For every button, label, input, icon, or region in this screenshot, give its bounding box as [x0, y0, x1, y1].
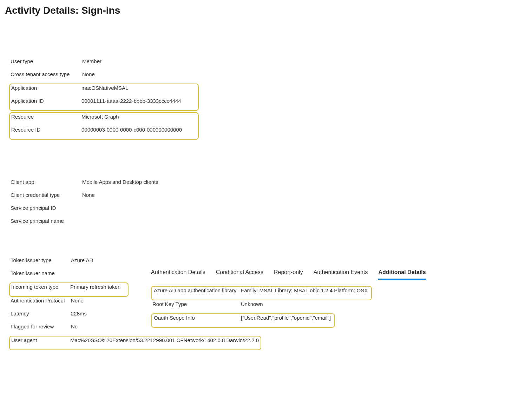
row-token-issuer-type: Token issuer type Azure AD	[11, 256, 150, 269]
highlight-incoming-token-type: Incoming token type Primary refresh toke…	[9, 282, 129, 297]
row-service-principal-id: Service principal ID	[11, 204, 515, 217]
label-auth-library: Azure AD app authentication library	[153, 287, 241, 294]
row-auth-protocol: Authentication Protocol None	[11, 297, 150, 310]
value-resource-id: 00000003-0000-0000-c000-000000000000	[81, 126, 182, 133]
label-cross-tenant: Cross tenant access type	[11, 71, 82, 78]
value-auth-protocol: None	[71, 297, 84, 304]
highlight-resource: Resource Microsoft Graph Resource ID 000…	[9, 112, 199, 140]
tab-authentication-details[interactable]: Authentication Details	[151, 268, 205, 279]
tab-authentication-events[interactable]: Authentication Events	[314, 268, 368, 279]
value-auth-library: Family: MSAL Library: MSAL.objc 1.2.4 Pl…	[241, 287, 368, 294]
row-root-key-type: Root Key Type Unknown	[150, 300, 515, 313]
value-incoming-token-type: Primary refresh token	[70, 283, 120, 291]
label-client-app: Client app	[11, 178, 82, 186]
value-application: macOSNativeMSAL	[81, 84, 128, 92]
details-group-identity: User type Member Cross tenant access typ…	[11, 58, 515, 140]
value-oauth-scope: ["User.Read","profile","openid","email"]	[241, 314, 331, 321]
row-user-type: User type Member	[11, 58, 515, 71]
tab-additional-details[interactable]: Additional Details	[378, 268, 426, 279]
row-service-principal-name: Service principal name	[11, 217, 515, 230]
label-token-issuer-type: Token issuer type	[11, 256, 71, 264]
row-token-issuer-name: Token issuer name	[11, 269, 150, 282]
value-client-app: Mobile Apps and Desktop clients	[82, 178, 158, 186]
row-resource-id: Resource ID 00000003-0000-0000-c000-0000…	[11, 126, 198, 139]
value-user-type: Member	[82, 58, 101, 65]
label-resource-id: Resource ID	[11, 126, 81, 133]
page-title: Activity Details: Sign-ins	[5, 4, 515, 17]
value-flagged-for-review: No	[71, 323, 78, 330]
value-root-key-type: Unknown	[241, 300, 263, 308]
row-latency: Latency 228ms	[11, 310, 150, 323]
label-application: Application	[11, 84, 81, 92]
value-application-id: 00001111-aaaa-2222-bbbb-3333cccc4444	[81, 97, 181, 105]
label-service-principal-id: Service principal ID	[11, 204, 82, 212]
label-user-agent: User agent	[11, 336, 70, 344]
value-latency: 228ms	[71, 310, 87, 317]
row-flagged-for-review: Flagged for review No	[11, 323, 150, 336]
highlight-application: Application macOSNativeMSAL Application …	[9, 84, 199, 111]
row-user-agent: User agent Mac%20SSO%20Extension/53.2212…	[11, 336, 261, 349]
label-root-key-type: Root Key Type	[150, 300, 241, 308]
row-resource: Resource Microsoft Graph	[11, 113, 198, 126]
value-client-cred-type: None	[82, 191, 95, 199]
row-auth-library: Azure AD app authentication library Fami…	[153, 287, 368, 300]
row-cross-tenant: Cross tenant access type None	[11, 71, 515, 84]
details-group-client: Client app Mobile Apps and Desktop clien…	[11, 178, 515, 230]
label-flagged-for-review: Flagged for review	[11, 323, 71, 330]
label-latency: Latency	[11, 310, 71, 317]
label-incoming-token-type: Incoming token type	[11, 283, 70, 291]
tab-conditional-access[interactable]: Conditional Access	[216, 268, 263, 279]
label-client-cred-type: Client credential type	[11, 191, 82, 199]
row-client-cred-type: Client credential type None	[11, 191, 515, 204]
details-group-token: Token issuer type Azure AD Token issuer …	[11, 256, 150, 350]
row-oauth-scope: Oauth Scope Info ["User.Read","profile",…	[153, 314, 331, 327]
highlight-auth-library: Azure AD app authentication library Fami…	[151, 286, 372, 300]
row-incoming-token-type: Incoming token type Primary refresh toke…	[11, 283, 128, 296]
label-resource: Resource	[11, 113, 81, 120]
additional-details-panel: Azure AD app authentication library Fami…	[150, 286, 515, 328]
value-cross-tenant: None	[82, 71, 95, 78]
value-token-issuer-type: Azure AD	[71, 256, 93, 264]
highlight-user-agent: User agent Mac%20SSO%20Extension/53.2212…	[9, 336, 261, 350]
label-token-issuer-name: Token issuer name	[11, 269, 71, 277]
label-service-principal-name: Service principal name	[11, 217, 82, 225]
label-oauth-scope: Oauth Scope Info	[153, 314, 241, 321]
details-tabs: Authentication Details Conditional Acces…	[150, 268, 515, 279]
label-application-id: Application ID	[11, 97, 81, 105]
row-application-id: Application ID 00001111-aaaa-2222-bbbb-3…	[11, 97, 198, 110]
value-user-agent: Mac%20SSO%20Extension/53.2212990.001 CFN…	[70, 336, 259, 344]
tab-report-only[interactable]: Report-only	[274, 268, 303, 279]
row-application: Application macOSNativeMSAL	[11, 84, 198, 97]
label-auth-protocol: Authentication Protocol	[11, 297, 71, 304]
row-client-app: Client app Mobile Apps and Desktop clien…	[11, 178, 515, 191]
highlight-oauth-scope: Oauth Scope Info ["User.Read","profile",…	[151, 313, 335, 328]
label-user-type: User type	[11, 58, 82, 65]
value-resource: Microsoft Graph	[81, 113, 119, 120]
